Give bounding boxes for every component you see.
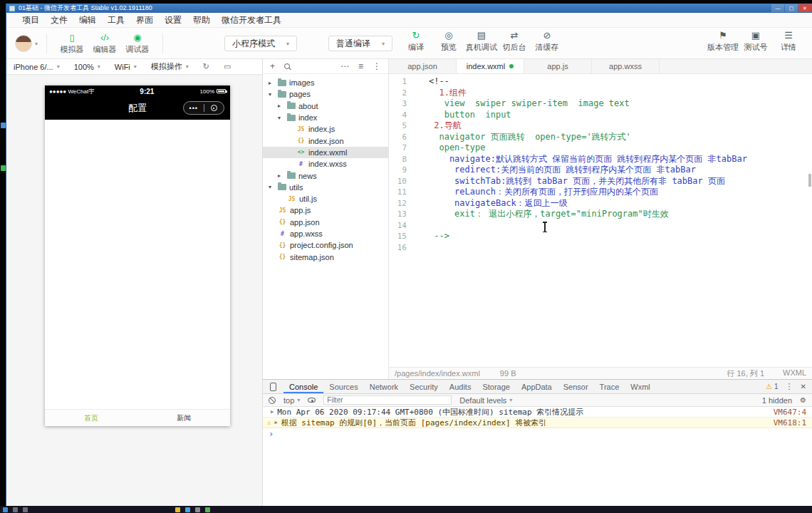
background-switch-button[interactable]: ⇄切后台 xyxy=(498,31,531,53)
taskbar-icon[interactable] xyxy=(205,507,210,512)
editor-tab-app.json[interactable]: app.json xyxy=(389,59,457,73)
tree-file-app.wxss[interactable]: #app.wxss xyxy=(263,228,388,239)
tree-folder-utils[interactable]: ▾utils xyxy=(263,182,388,193)
user-avatar-button[interactable]: ▾ xyxy=(15,35,38,52)
zoom-select[interactable]: 100%▾ xyxy=(74,61,100,72)
console-message[interactable]: ▶Mon Apr 06 2020 09:17:44 GMT+0800 (中国标准… xyxy=(263,407,812,418)
live-expression-icon[interactable] xyxy=(308,398,316,403)
kebab-menu-icon[interactable]: ⋮ xyxy=(786,382,793,391)
taskbar-icon[interactable] xyxy=(175,507,180,512)
tree-file-app.json[interactable]: {}app.json xyxy=(263,217,388,228)
tree-file-index.wxss[interactable]: #index.wxss xyxy=(263,158,388,170)
editor-button[interactable]: ‹/›编辑器 xyxy=(88,33,121,55)
collapse-all-icon[interactable]: ≡ xyxy=(358,62,363,71)
menu-item-0[interactable]: 项目 xyxy=(16,14,45,26)
network-select[interactable]: WiFi▾ xyxy=(115,61,137,72)
simulator-button[interactable]: ▯模拟器 xyxy=(56,33,88,55)
kebab-menu-icon[interactable]: ⋮ xyxy=(373,62,381,71)
tree-folder-about[interactable]: ▸about xyxy=(263,100,388,112)
close-button[interactable]: ✕ xyxy=(798,4,811,12)
taskbar-icon[interactable] xyxy=(195,507,200,512)
compile-button[interactable]: ↻编译 xyxy=(400,31,432,53)
device-select[interactable]: iPhone 6/...▾ xyxy=(14,61,60,72)
tree-folder-images[interactable]: ▸images xyxy=(263,77,388,88)
tree-folder-index[interactable]: ▾index xyxy=(263,112,388,123)
menu-item-3[interactable]: 工具 xyxy=(102,14,130,26)
mode-dropdown[interactable]: 小程序模式 ▾ xyxy=(224,36,297,51)
exit-miniprogram-button[interactable] xyxy=(204,102,224,114)
devtools-tab-console[interactable]: Console xyxy=(283,380,323,393)
desktop-shortcut-icon[interactable] xyxy=(1,123,6,128)
devtools-tab-sensor[interactable]: Sensor xyxy=(558,380,594,393)
tree-file-util.js[interactable]: JSutil.js xyxy=(263,193,388,204)
tree-folder-news[interactable]: ▸news xyxy=(263,170,388,181)
capture-icon[interactable]: ▭ xyxy=(224,62,231,71)
title-bar[interactable]: 01基础 - 微信开发者工具 Stable v1.02.1911180 — ▢ … xyxy=(6,4,812,13)
more-menu-button[interactable]: ••• xyxy=(184,102,204,114)
warning-count-badge[interactable]: ⚠ 1 xyxy=(766,383,779,390)
editor-tab-app.js[interactable]: app.js xyxy=(524,59,592,73)
clear-cache-button[interactable]: ⊘清缓存 xyxy=(531,31,563,53)
menu-item-5[interactable]: 设置 xyxy=(159,14,187,26)
devtools-tab-trace[interactable]: Trace xyxy=(594,380,625,393)
tree-file-index.wxml[interactable]: <>index.wxml xyxy=(263,147,388,158)
tree-file-project.config.json[interactable]: {}project.config.json xyxy=(263,239,388,251)
details-button[interactable]: ☰详情 xyxy=(772,31,805,53)
expand-icon[interactable]: ▶ xyxy=(271,409,274,415)
expand-icon[interactable]: ▶ xyxy=(274,420,277,425)
devtools-tab-storage[interactable]: Storage xyxy=(477,380,516,393)
context-dropdown[interactable]: top ▾ xyxy=(283,396,300,405)
devtools-tab-audits[interactable]: Audits xyxy=(444,380,477,393)
test-account-button[interactable]: ▣测试号 xyxy=(739,31,772,53)
simulate-actions[interactable]: 模拟操作▾ xyxy=(151,61,189,72)
tree-file-index.js[interactable]: JSindex.js xyxy=(263,123,388,135)
more-icon[interactable]: ⋯ xyxy=(340,62,349,71)
editor-tab-app.wxss[interactable]: app.wxss xyxy=(592,59,660,73)
source-link[interactable]: VM647:4 xyxy=(774,408,806,417)
devtools-tab-wxml[interactable]: Wxml xyxy=(625,380,656,393)
phone-tab-0[interactable]: 首页 xyxy=(45,410,137,426)
compile-mode-dropdown[interactable]: 普通编译 ▾ xyxy=(328,36,392,51)
tree-file-index.json[interactable]: {}index.json xyxy=(263,135,388,146)
taskbar-icon[interactable] xyxy=(23,507,28,512)
devtools-tab-network[interactable]: Network xyxy=(364,380,404,393)
device-toolbar-icon[interactable] xyxy=(270,383,276,391)
devtools-tab-appdata[interactable]: AppData xyxy=(516,380,558,393)
preview-button[interactable]: ◎预览 xyxy=(432,31,465,53)
taskbar-icon[interactable] xyxy=(13,507,18,512)
taskbar-icon[interactable] xyxy=(185,507,190,512)
menu-item-2[interactable]: 编辑 xyxy=(73,14,102,26)
console-message[interactable]: ⚠▶根据 sitemap 的规则[0]，当前页面 [pages/index/in… xyxy=(263,418,812,428)
devtools-tab-sources[interactable]: Sources xyxy=(323,380,363,393)
search-icon[interactable] xyxy=(284,63,290,69)
remote-debug-button[interactable]: ▤真机调试 xyxy=(465,31,498,53)
menu-item-7[interactable]: 微信开发者工具 xyxy=(216,14,287,26)
tree-file-sitemap.json[interactable]: {}sitemap.json xyxy=(263,251,388,262)
language-mode[interactable]: WXML xyxy=(783,368,806,379)
clear-console-icon[interactable] xyxy=(269,397,276,404)
maximize-button[interactable]: ▢ xyxy=(785,4,798,12)
code-editor[interactable]: 1<!--2 1.组件3 view swiper swiper-item ima… xyxy=(389,74,812,367)
phone-page-content[interactable] xyxy=(45,120,230,409)
tree-folder-pages[interactable]: ▾pages xyxy=(263,88,388,100)
rotate-icon[interactable]: ↻ xyxy=(203,62,209,71)
version-control-button[interactable]: ⚑版本管理 xyxy=(707,31,739,53)
console-prompt[interactable]: › xyxy=(263,428,812,439)
close-devtools-icon[interactable]: ✕ xyxy=(801,383,806,390)
editor-tab-index.wxml[interactable]: index.wxml xyxy=(457,59,524,73)
debugger-button[interactable]: ◉调试器 xyxy=(121,33,154,55)
menu-item-6[interactable]: 帮助 xyxy=(187,14,216,26)
scrollbar-thumb[interactable] xyxy=(808,174,811,187)
settings-icon[interactable]: ⚙ xyxy=(800,396,806,404)
log-levels-dropdown[interactable]: Default levels ▾ xyxy=(459,396,512,405)
phone-tab-1[interactable]: 新闻 xyxy=(137,410,230,426)
minimize-button[interactable]: — xyxy=(771,4,784,12)
filter-input[interactable] xyxy=(323,395,452,405)
add-file-icon[interactable]: + xyxy=(270,62,275,71)
devtools-tab-security[interactable]: Security xyxy=(404,380,444,393)
tree-file-app.js[interactable]: JSapp.js xyxy=(263,204,388,216)
menu-item-1[interactable]: 文件 xyxy=(45,14,73,26)
desktop-shortcut-icon[interactable] xyxy=(1,165,6,171)
menu-item-4[interactable]: 界面 xyxy=(130,14,159,26)
source-link[interactable]: VM618:1 xyxy=(774,418,806,428)
